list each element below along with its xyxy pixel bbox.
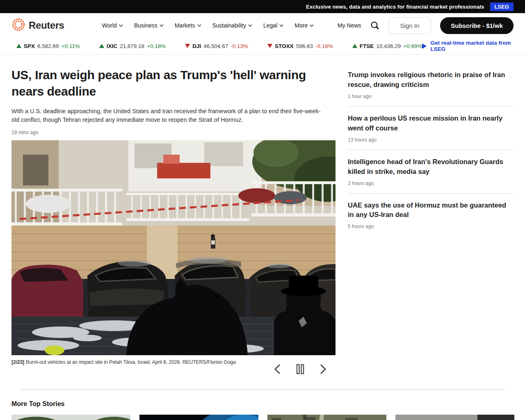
- subscribe-button[interactable]: Subscribe - $1/wk: [440, 17, 514, 34]
- lead-standfirst: With a U.S. deadline approaching, the Un…: [11, 107, 323, 124]
- story-thumbnail-2[interactable]: [139, 415, 258, 420]
- search-icon: [370, 21, 379, 30]
- nav-item-more[interactable]: More: [294, 22, 314, 29]
- up-triangle-icon: [16, 44, 21, 48]
- story-thumbnail-3[interactable]: [267, 415, 386, 420]
- up-triangle-icon: [352, 44, 357, 48]
- chevron-down-icon: [119, 24, 123, 27]
- sidebar-story-1[interactable]: Trump invokes religious rhetoric in prai…: [348, 70, 514, 99]
- pause-icon: [296, 364, 304, 374]
- section-divider: [20, 389, 505, 390]
- sign-in-button[interactable]: Sign In: [388, 17, 431, 34]
- divider: [348, 106, 514, 107]
- brand-name: Reuters: [29, 20, 64, 31]
- header-actions: My News Sign In Subscribe - $1/wk: [338, 17, 514, 34]
- chevron-right-icon: [320, 364, 326, 374]
- my-news-link[interactable]: My News: [338, 22, 361, 29]
- pause-button[interactable]: [294, 362, 306, 376]
- lseg-market-data-link[interactable]: Get real-time market data from LSEG: [422, 40, 514, 52]
- story-thumbnail-4[interactable]: [395, 415, 514, 420]
- ticker-items: SPX 6,582.69 +0.11% IXIC 21,879.18 +0.18…: [16, 43, 422, 49]
- lseg-badge[interactable]: LSEG: [490, 2, 514, 11]
- search-button[interactable]: [370, 21, 379, 30]
- play-icon: [422, 43, 427, 49]
- photo-caption: [2/23]Burnt-out vehicles at an impact si…: [11, 359, 241, 366]
- nav-item-sustainability[interactable]: Sustainability: [212, 22, 253, 29]
- up-triangle-icon: [99, 44, 104, 48]
- lead-headline[interactable]: US, Iran weigh peace plan as Trump's 'he…: [11, 67, 317, 100]
- carousel-controls: [272, 362, 328, 376]
- chevron-down-icon: [310, 24, 314, 27]
- caption-index: [2/23]: [11, 359, 24, 365]
- thumbnail-image: [139, 415, 258, 420]
- divider: [348, 193, 514, 194]
- nav-item-business[interactable]: Business: [134, 22, 164, 29]
- top-promo-bar: Exclusive news, data and analytics for f…: [0, 0, 525, 13]
- nav-item-world[interactable]: World: [102, 22, 123, 29]
- sidebar-story-2[interactable]: How a perilous US rescue mission in Iran…: [348, 114, 514, 143]
- previous-button[interactable]: [272, 362, 282, 376]
- nav-item-markets[interactable]: Markets: [175, 22, 201, 29]
- nav-item-legal[interactable]: Legal: [263, 22, 283, 29]
- reuters-logo-icon: [11, 18, 25, 33]
- caption-row: [2/23]Burnt-out vehicles at an impact si…: [11, 359, 336, 376]
- next-button[interactable]: [318, 362, 328, 376]
- down-triangle-icon: [267, 44, 272, 48]
- main-content: US, Iran weigh peace plan as Trump's 'he…: [0, 55, 525, 376]
- sidebar-story-4[interactable]: UAE says the use of Hormuz must be guara…: [348, 201, 514, 230]
- site-header: Reuters World Business Markets Sustainab…: [0, 13, 525, 38]
- thumbnail-image: [11, 415, 130, 420]
- photo-illustration: [11, 140, 336, 355]
- ticker-spx[interactable]: SPX 6,582.69 +0.11%: [16, 43, 80, 49]
- ticker-stoxx[interactable]: STOXX 596.63 -0.18%: [267, 43, 333, 49]
- lead-story: US, Iran weigh peace plan as Trump's 'he…: [11, 67, 336, 376]
- market-ticker-bar: SPX 6,582.69 +0.11% IXIC 21,879.18 +0.18…: [0, 38, 525, 55]
- sidebar-story-3[interactable]: Intelligence head of Iran's Revolutionar…: [348, 157, 514, 186]
- related-stories-sidebar: Trump invokes religious rhetoric in prai…: [348, 67, 514, 376]
- chevron-down-icon: [248, 24, 252, 27]
- more-top-stories-heading: More Top Stories: [11, 400, 525, 408]
- chevron-down-icon: [197, 24, 201, 27]
- promo-tagline: Exclusive news, data and analytics for f…: [306, 4, 484, 10]
- ticker-ftse[interactable]: FTSE 10,436.29 +0.69%: [352, 43, 422, 49]
- ticker-dji[interactable]: DJI 46,504.67 -0.13%: [185, 43, 248, 49]
- more-top-stories-row: [11, 415, 525, 420]
- reuters-logo[interactable]: Reuters: [11, 18, 64, 33]
- divider: [348, 150, 514, 150]
- main-nav: World Business Markets Sustainability Le…: [102, 22, 314, 29]
- thumbnail-image: [267, 415, 386, 420]
- down-triangle-icon: [185, 44, 190, 48]
- story-thumbnail-1[interactable]: [11, 415, 130, 420]
- ticker-ixic[interactable]: IXIC 21,879.18 +0.18%: [99, 43, 166, 49]
- lead-timestamp: 19 mins ago: [11, 130, 336, 135]
- thumbnail-image: [395, 415, 514, 420]
- lead-story-photo[interactable]: [11, 140, 336, 355]
- chevron-down-icon: [160, 24, 164, 27]
- chevron-down-icon: [279, 24, 283, 27]
- chevron-left-icon: [274, 364, 281, 374]
